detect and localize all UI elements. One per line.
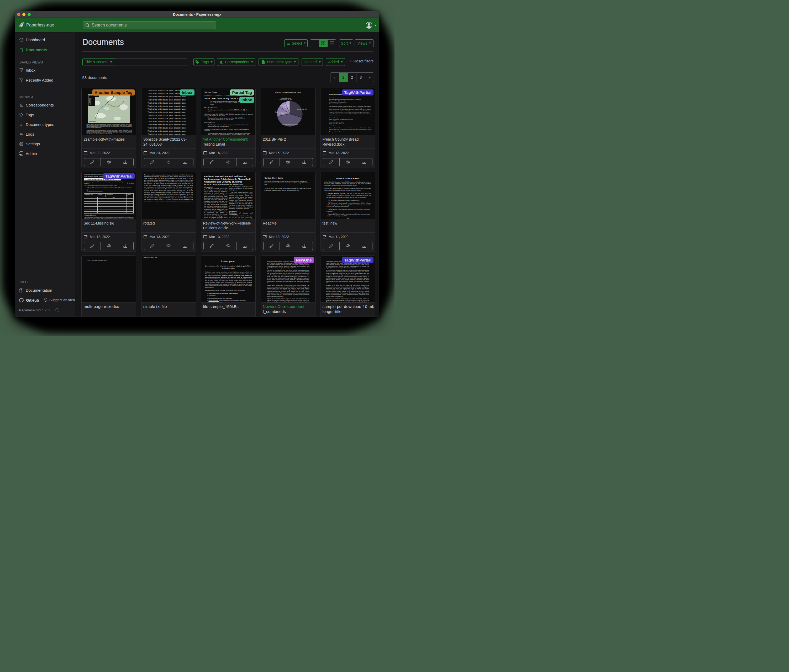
- svg-text:Patient BP Distribution 2011: Patient BP Distribution 2011: [275, 91, 301, 94]
- svg-text:44, 9%: 44, 9%: [283, 106, 287, 108]
- svg-text:65, 13%: 65, 13%: [279, 113, 284, 115]
- svg-text:Normal, 150, 30%: Normal, 150, 30%: [297, 108, 308, 110]
- svg-text:Hypertension, 31, 6%: Hypertension, 31, 6%: [280, 99, 292, 100]
- svg-text:Pre-hypertension, 212, 42%: Pre-hypertension, 212, 42%: [282, 124, 298, 125]
